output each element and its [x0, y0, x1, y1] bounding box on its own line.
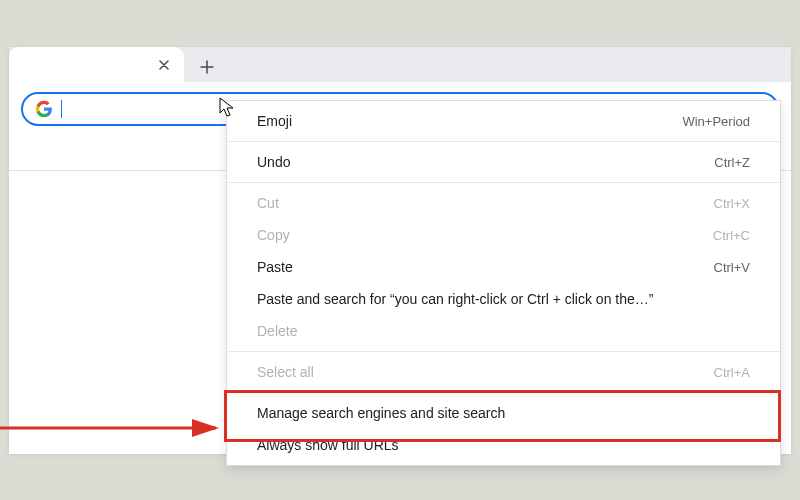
menu-item[interactable]: Paste and search for “you can right-clic… — [227, 283, 780, 315]
menu-item-label: Emoji — [257, 113, 292, 129]
new-tab-button[interactable] — [192, 52, 222, 82]
menu-item-label: Paste — [257, 259, 293, 275]
menu-item-label: Undo — [257, 154, 290, 170]
menu-item: Delete — [227, 315, 780, 347]
menu-item: Select allCtrl+A — [227, 356, 780, 388]
menu-separator — [227, 182, 780, 183]
menu-item-shortcut: Ctrl+V — [714, 260, 750, 275]
menu-item-label: Always show full URLs — [257, 437, 399, 453]
menu-item[interactable]: UndoCtrl+Z — [227, 146, 780, 178]
menu-separator — [227, 392, 780, 393]
menu-separator — [227, 141, 780, 142]
google-icon — [35, 100, 53, 118]
menu-item: CopyCtrl+C — [227, 219, 780, 251]
browser-tab[interactable] — [9, 47, 184, 82]
menu-item-label: Cut — [257, 195, 279, 211]
menu-item-shortcut: Ctrl+A — [714, 365, 750, 380]
menu-item-label: Manage search engines and site search — [257, 405, 505, 421]
menu-item: CutCtrl+X — [227, 187, 780, 219]
menu-separator — [227, 351, 780, 352]
menu-item[interactable]: Manage search engines and site search — [227, 397, 780, 429]
menu-item-label: Copy — [257, 227, 290, 243]
menu-item[interactable]: EmojiWin+Period — [227, 105, 780, 137]
menu-item-shortcut: Ctrl+Z — [714, 155, 750, 170]
menu-item[interactable]: PasteCtrl+V — [227, 251, 780, 283]
menu-item-shortcut: Ctrl+X — [714, 196, 750, 211]
menu-item-label: Delete — [257, 323, 297, 339]
menu-item-label: Paste and search for “you can right-clic… — [257, 291, 653, 307]
menu-item-label: Select all — [257, 364, 314, 380]
menu-item-shortcut: Win+Period — [682, 114, 750, 129]
close-icon[interactable] — [156, 57, 172, 73]
menu-item-shortcut: Ctrl+C — [713, 228, 750, 243]
tab-strip — [9, 47, 791, 82]
context-menu: EmojiWin+PeriodUndoCtrl+ZCutCtrl+XCopyCt… — [226, 100, 781, 466]
menu-item[interactable]: Always show full URLs — [227, 429, 780, 461]
